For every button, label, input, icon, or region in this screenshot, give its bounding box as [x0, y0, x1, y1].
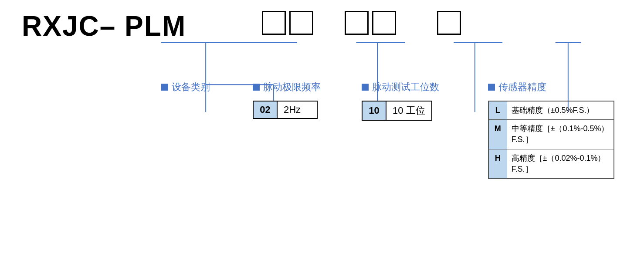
top-box-group-3 [431, 11, 466, 35]
top-box-2a [345, 11, 369, 35]
precision-key-H: H [488, 149, 507, 179]
col-stations: 脉动测试工位数 10 10 工位 [362, 81, 462, 121]
main-title: RXJC– PLM [22, 11, 161, 41]
freq-label: 脉动极限频率 [263, 81, 321, 94]
stations-label: 脉动测试工位数 [372, 81, 439, 94]
page-layout: RXJC– PLM [0, 0, 644, 264]
freq-lookup: 02 2Hz [253, 101, 318, 119]
device-class-label-row: 设备类别 [161, 81, 210, 94]
freq-key: 02 [254, 102, 278, 118]
title-section: RXJC– PLM [22, 11, 161, 255]
tree-area: 设备类别 脉动极限频率 02 2Hz 脉动测试工位数 [161, 11, 627, 255]
freq-label-row: 脉动极限频率 [253, 81, 321, 94]
top-box-3 [437, 11, 461, 35]
precision-icon [488, 84, 495, 91]
col-precision: 传感器精度 L 基础精度（±0.5%F.S.） M 中等精度［±（0.1%-0.… [488, 81, 627, 179]
stations-value: 10 工位 [386, 102, 431, 120]
stations-icon [362, 84, 369, 91]
precision-table: L 基础精度（±0.5%F.S.） M 中等精度［±（0.1%-0.5%）F.S… [488, 101, 614, 179]
table-row: H 高精度［±（0.02%-0.1%）F.S.］ [488, 149, 614, 179]
col-device-class: 设备类别 [161, 81, 253, 101]
precision-label: 传感器精度 [498, 81, 546, 94]
table-row: L 基础精度（±0.5%F.S.） [488, 101, 614, 120]
stations-label-row: 脉动测试工位数 [362, 81, 439, 94]
precision-label-row: 传感器精度 [488, 81, 546, 94]
precision-key-M: M [488, 120, 507, 149]
precision-value-L: 基础精度（±0.5%F.S.） [507, 101, 614, 120]
col-freq: 脉动极限频率 02 2Hz [253, 81, 349, 119]
bottom-content: 设备类别 脉动极限频率 02 2Hz 脉动测试工位数 [161, 81, 627, 179]
freq-value: 2Hz [278, 102, 317, 118]
freq-icon [253, 84, 260, 91]
table-row: M 中等精度［±（0.1%-0.5%）F.S.］ [488, 120, 614, 149]
top-box-1a [262, 11, 286, 35]
precision-value-H: 高精度［±（0.02%-0.1%）F.S.］ [507, 149, 614, 179]
device-class-icon [161, 84, 168, 91]
stations-key: 10 [363, 102, 386, 120]
top-box-group-2 [336, 11, 405, 35]
precision-key-L: L [488, 101, 507, 120]
precision-value-M: 中等精度［±（0.1%-0.5%）F.S.］ [507, 120, 614, 149]
stations-lookup: 10 10 工位 [362, 101, 432, 121]
top-box-group-1 [253, 11, 322, 35]
device-class-label: 设备类别 [172, 81, 210, 94]
top-box-2b [372, 11, 396, 35]
top-box-1b [289, 11, 313, 35]
